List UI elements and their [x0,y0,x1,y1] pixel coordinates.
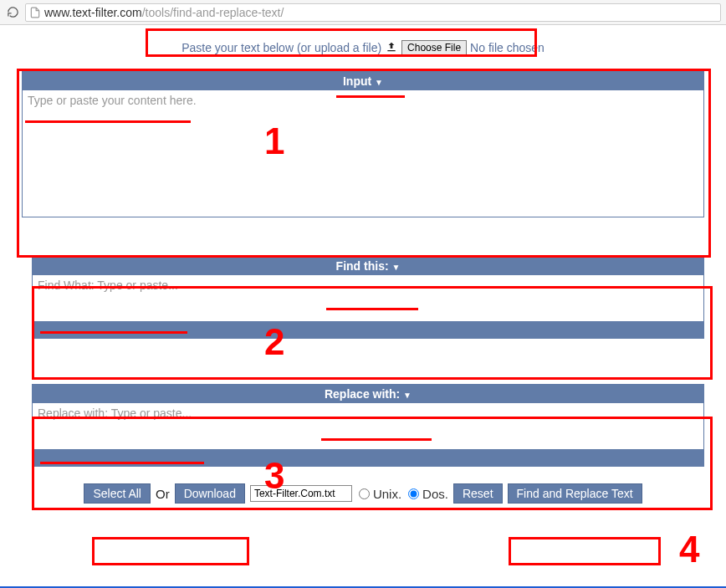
no-file-label: No file chosen [470,41,544,54]
upload-icon [385,40,398,56]
or-label: Or [156,487,170,501]
reload-button[interactable] [5,5,20,20]
dos-radio[interactable] [408,488,419,499]
replace-panel: Replace with: ▼ [32,384,704,467]
unix-radio[interactable] [359,488,370,499]
replace-panel-footer [33,449,703,466]
chevron-down-icon: ▼ [403,391,412,400]
chevron-down-icon: ▼ [375,78,383,87]
input-panel-title: Input [343,74,371,88]
download-button[interactable]: Download [175,483,245,504]
reset-button[interactable]: Reset [453,483,503,504]
select-all-button[interactable]: Select All [84,483,151,504]
replace-panel-title: Replace with: [325,387,400,401]
find-panel-title: Find this: [336,259,389,273]
input-panel-header[interactable]: Input ▼ [23,72,703,90]
replace-textarea[interactable] [33,403,703,447]
annotation-number-4: 4 [679,529,699,570]
chevron-down-icon: ▼ [391,263,400,272]
unix-radio-label[interactable]: Unix. [357,487,401,501]
url-bar[interactable]: www.text-filter.com/tools/find-and-repla… [25,3,721,22]
find-textarea[interactable] [33,275,703,319]
annotation-box-select-download [92,537,249,565]
input-panel: Input ▼ [22,71,704,217]
url-path: /tools/find-and-replace-text/ [142,6,284,19]
find-panel-footer [33,321,703,338]
filename-input[interactable] [250,485,352,502]
input-textarea[interactable] [23,90,703,214]
find-panel-header[interactable]: Find this: ▼ [33,257,703,275]
choose-file-button[interactable]: Choose File [401,40,467,55]
unix-label: Unix. [373,487,401,501]
url-domain: www.text-filter.com [44,6,142,19]
find-panel: Find this: ▼ [32,256,704,339]
page-icon [29,7,41,18]
dos-label: Dos. [422,487,448,501]
annotation-box-find-replace [509,537,661,565]
upload-prompt: Paste your text below (or upload a file) [182,41,381,54]
controls-row: Select All Or Download Unix. Dos. Reset … [12,483,714,504]
replace-panel-header[interactable]: Replace with: ▼ [33,385,703,403]
upload-row: Paste your text below (or upload a file)… [12,36,714,59]
dos-radio-label[interactable]: Dos. [406,487,448,501]
find-replace-button[interactable]: Find and Replace Text [508,483,642,504]
